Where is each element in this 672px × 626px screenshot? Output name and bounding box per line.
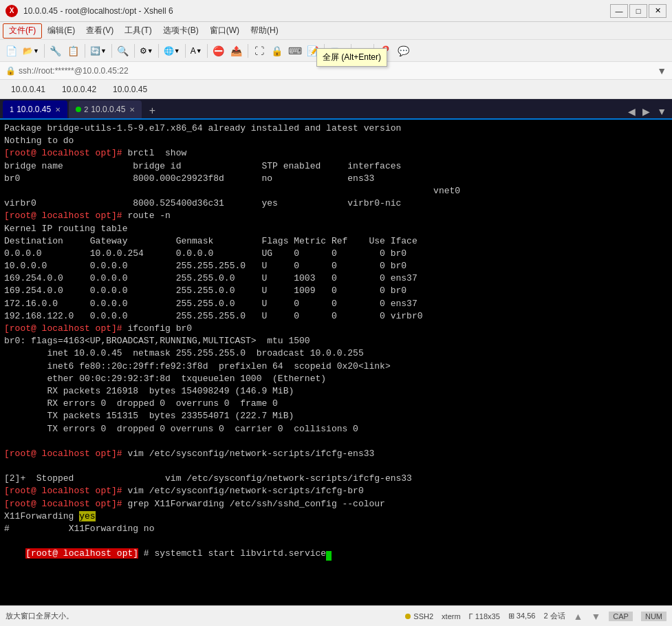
toolbar-sep-3 [111,44,112,58]
chat-button[interactable]: 💬 [395,43,411,59]
toolbar-sep-2 [85,44,85,58]
term-line-33: # X11Forwarding no [4,523,668,535]
term-line-1: Package bridge-utils-1.5-9.el7.x86_64 al… [4,122,668,135]
tab-next-button[interactable]: ▶ [640,105,653,118]
status-arrow-up[interactable]: ▲ [574,611,583,622]
menu-tools[interactable]: 工具(T) [119,23,157,39]
tab-prev-button[interactable]: ◀ [625,105,638,118]
tab-menu-button[interactable]: ▼ [654,105,669,118]
cursor [326,551,332,561]
coords-label: ⊞ 34,56 [508,612,536,620]
toolbar-sep-5 [158,44,159,58]
term-label: xterm [442,612,461,620]
num-badge: NUM [641,612,666,621]
tab-2-label: 10.0.0.45 [91,105,125,114]
session-tab-1[interactable]: 10.0.0.41 [3,83,54,96]
session-tab-3[interactable]: 10.0.0.45 [105,83,155,96]
term-line-4: bridge name bridge id STP enabled interf… [4,160,668,173]
term-line-28 [4,460,668,473]
search-button[interactable]: 🔍 [115,43,131,59]
reconnect-dropdown[interactable]: 🔄▼ [88,43,109,59]
minimize-button[interactable]: — [610,4,628,18]
term-line-3: [root@ localhost opt]# brctl show [4,147,668,160]
fullscreen-tooltip: 全屏 (Alt+Enter) [316,48,387,67]
title-bar: X 10.0.0.45 - root@localhost:/opt - Xshe… [0,0,672,22]
keyboard-button[interactable]: ⌨ [287,43,303,59]
term-line-16: 192.168.122.0 0.0.0.0 255.255.255.0 U 0 … [4,310,668,323]
tab-2-dot [76,107,81,112]
term-line-22: RX packets 216918 bytes 154098249 (146.9… [4,385,668,398]
tab-2[interactable]: 2 10.0.0.45 ✕ [69,100,142,118]
tab-2-close[interactable]: ✕ [129,106,135,114]
status-bar: 放大窗口全屏大小。 SSH2 xterm Γ 118x35 ⊞ 34,56 2 … [0,605,672,626]
stop-button[interactable]: ⛔ [210,43,227,59]
status-right: SSH2 xterm Γ 118x35 ⊞ 34,56 2 会话 ▲ ▼ CAP… [405,611,666,622]
term-line-26 [4,435,668,448]
term-line-2: Nothing to do [4,135,668,147]
address-arrow[interactable]: ▼ [657,65,666,76]
session-tab-2[interactable]: 10.0.0.42 [54,83,105,96]
close-button[interactable]: ✕ [649,4,666,18]
address-text: ssh://root:******@10.0.0.45:22 [19,66,129,76]
term-line-27: [root@ localhost opt]# vim /etc/sysconfi… [4,448,668,460]
copy-button[interactable]: 📋 [65,43,82,59]
network-dropdown[interactable]: 🌐▼ [162,43,182,59]
menu-view[interactable]: 查看(V) [80,23,119,39]
tab-nav: ◀ ▶ ▼ [625,105,669,118]
term-line-6: vnet0 [4,185,668,197]
menu-tabs[interactable]: 选项卡(B) [158,23,204,39]
term-line-18: br0: flags=4163<UP,BROADCAST,RUNNING,MUL… [4,335,668,347]
term-line-10: Destination Gateway Genmask Flags Metric… [4,235,668,248]
term-line-23: RX errors 0 dropped 0 overruns 0 frame 0 [4,398,668,410]
ssh-dot [405,614,411,619]
terminal[interactable]: Package bridge-utils-1.5-9.el7.x86_64 al… [0,120,672,605]
cap-badge: CAP [609,612,633,621]
add-tab-button[interactable]: + [144,103,160,118]
menu-edit[interactable]: 编辑(E) [42,23,80,39]
fullscreen-button[interactable]: ⛶ [251,43,268,59]
menu-bar: 文件(F) 编辑(E) 查看(V) 工具(T) 选项卡(B) 窗口(W) 帮助(… [0,22,672,40]
ssh-indicator: SSH2 [405,612,433,620]
ssh-label: SSH2 [413,612,433,620]
term-line-9: Kernel IP routing table [4,223,668,235]
tab-1-close[interactable]: ✕ [55,106,61,114]
tab-2-index: 2 [84,105,88,114]
term-line-20: inet6 fe80::20c:29ff:fe92:3f8d prefixlen… [4,360,668,373]
term-line-13: 169.254.0.0 0.0.0.0 255.255.0.0 U 1003 0… [4,272,668,285]
maximize-button[interactable]: □ [629,4,647,18]
term-line-32: X11Forwarding yes [4,510,668,523]
term-line-34: [root@ localhost opt] # systemctl start … [4,535,668,573]
toolbar-sep-1 [44,44,45,58]
term-line-25: TX errors 0 dropped 0 overruns 0 carrier… [4,423,668,435]
tab-bar: 1 10.0.0.45 ✕ 2 10.0.0.45 ✕ + ◀ ▶ ▼ [0,99,672,120]
term-line-5: br0 8000.000c29923f8d no ens33 [4,173,668,185]
term-line-17: [root@ localhost opt]# ifconfig br0 [4,323,668,335]
tab-1-index: 1 [10,105,14,114]
term-line-8: [root@ localhost opt]# route -n [4,210,668,222]
status-help-text: 放大窗口全屏大小。 [6,611,400,621]
menu-help[interactable]: 帮助(H) [245,23,284,39]
menu-window[interactable]: 窗口(W) [204,23,245,39]
setup-dropdown[interactable]: ⚙▼ [138,43,155,59]
sessions-label: 2 会话 [543,611,565,621]
open-dropdown[interactable]: 📂▼ [21,43,41,59]
lock-button[interactable]: 🔒 [269,43,285,59]
term-line-19: inet 10.0.0.45 netmask 255.255.255.0 bro… [4,347,668,360]
toolbar: 📄 📂▼ 🔧 📋 🔄▼ 🔍 ⚙▼ 🌐▼ A▼ ⛔ 📤 ⛶ 🔒 ⌨ 📝 💻▼ ⊞▼… [0,40,672,62]
term-line-11: 0.0.0.0 10.0.0.254 0.0.0.0 UG 0 0 0 br0 [4,248,668,260]
font-dropdown[interactable]: A▼ [188,43,204,59]
properties-button[interactable]: 🔧 [47,43,64,59]
new-session-button[interactable]: 📄 [3,43,19,59]
term-line-30: [root@ localhost opt]# vim /etc/sysconfi… [4,485,668,497]
term-line-21: ether 00:0c:29:92:3f:8d txqueuelen 1000 … [4,373,668,385]
zmodem-button[interactable]: 📤 [228,43,245,59]
window-title: 10.0.0.45 - root@localhost:/opt - Xshell… [23,6,610,16]
window-controls: — □ ✕ [610,4,666,18]
term-line-12: 10.0.0.0 0.0.0.0 255.255.255.0 U 0 0 0 b… [4,260,668,272]
session-tabs-row: 10.0.0.41 10.0.0.42 10.0.0.45 [0,80,672,99]
lock-icon: 🔒 [6,66,16,76]
toolbar-sep-7 [207,44,208,58]
tab-1[interactable]: 1 10.0.0.45 ✕ [3,100,67,118]
menu-file[interactable]: 文件(F) [3,23,42,39]
status-arrow-down[interactable]: ▼ [591,611,600,622]
